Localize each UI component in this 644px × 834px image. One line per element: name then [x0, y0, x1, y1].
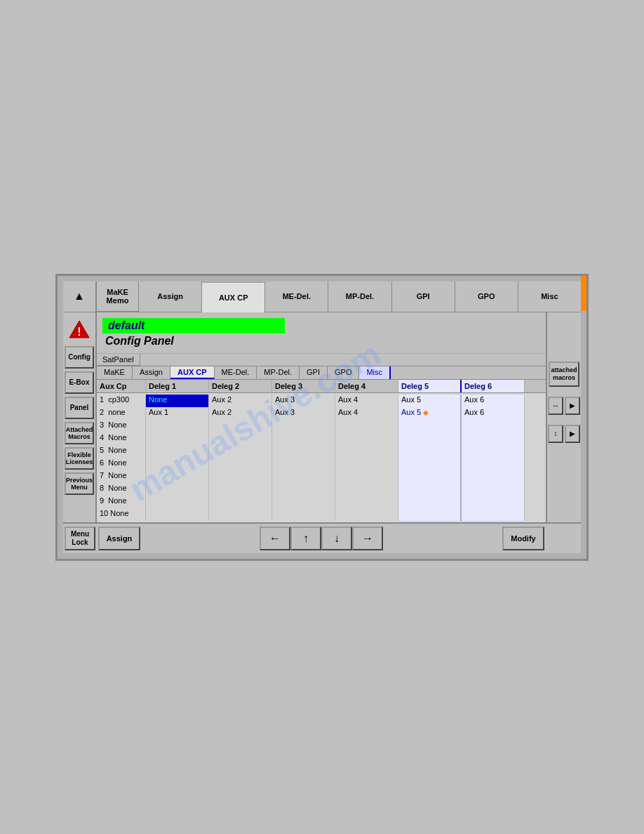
ebox-button[interactable]: E-Box — [65, 371, 94, 394]
table-row[interactable]: 5 None — [97, 445, 546, 458]
right-arrow-button[interactable]: → — [352, 527, 383, 550]
default-label: default — [102, 318, 285, 333]
cell-2-d5: Aux 5 ◆ — [398, 407, 462, 420]
sub-tab-aux-cp[interactable]: AUX CP — [170, 366, 215, 379]
cell-10-d1 — [146, 508, 209, 521]
left-right-arrow-button[interactable]: ↔ — [548, 397, 563, 415]
table-row[interactable]: 8 None — [97, 483, 546, 496]
up-down-arrow-button[interactable]: ↕ — [548, 425, 563, 443]
sub-tab-mp-del[interactable]: MP-Del. — [257, 366, 300, 379]
cell-7-d3 — [272, 470, 335, 483]
cell-6-d4 — [335, 458, 398, 470]
table-row[interactable]: 6 None — [97, 458, 546, 470]
svg-text:!: ! — [77, 326, 81, 338]
main-panel: default Config Panel SatPanel MaKE Assig… — [97, 312, 546, 522]
cell-4-d4 — [335, 432, 398, 445]
cell-3-d5 — [398, 420, 462, 432]
cell-7-d1 — [146, 470, 209, 483]
cell-1-d4: Aux 4 — [335, 395, 398, 407]
right-sidebar: attachedmacros ↔ ▶ ↕ ▶ — [546, 312, 581, 522]
content-area: ! Config E-Box Panel AttachedMacros Flex… — [63, 312, 581, 522]
config-button[interactable]: Config — [65, 346, 94, 369]
sub-tab-gpi[interactable]: GPI — [300, 366, 328, 379]
up-arrow-bottom-button[interactable]: ↑ — [290, 527, 321, 550]
table-row[interactable]: 4 None — [97, 432, 546, 445]
tab-me-del[interactable]: ME-Del. — [265, 282, 328, 312]
table-row[interactable]: 2 none Aux 1 Aux 2 Aux 3 Aux 4 Aux 5 ◆ A… — [97, 407, 546, 420]
cell-2-d1: Aux 1 — [146, 407, 209, 420]
table-row[interactable]: 1 cp300 None Aux 2 Aux 3 Aux 4 Aux 5 Aux… — [97, 395, 546, 407]
table-header: Aux Cp Deleg 1 Deleg 2 Deleg 3 Deleg 4 D… — [97, 380, 546, 393]
cell-1-d6: Aux 6 — [462, 395, 525, 407]
cell-4-aux: 4 None — [97, 432, 146, 445]
bottom-toolbar: MenuLock Assign ← ↑ ↓ → Modify — [63, 522, 581, 553]
col-deleg2: Deleg 2 — [209, 380, 272, 392]
cell-9-d2 — [209, 496, 272, 508]
left-arrow-button[interactable]: ← — [260, 527, 290, 550]
tab-aux-cp[interactable]: AUX CP — [202, 282, 265, 312]
cell-5-d5 — [398, 445, 462, 458]
sat-panel-tab[interactable]: SatPanel — [97, 354, 140, 366]
col-aux-cp: Aux Cp — [97, 380, 146, 392]
cell-7-d5 — [398, 470, 462, 483]
cell-4-d6 — [462, 432, 525, 445]
modify-button[interactable]: Modify — [502, 527, 544, 550]
header-section: default Config Panel — [97, 312, 546, 354]
col-deleg5: Deleg 5 — [398, 380, 462, 392]
top-toolbar: ▲ MaKEMemo Assign AUX CP ME-Del. MP-Del.… — [63, 282, 581, 312]
right-extend-button[interactable]: ▶ — [565, 397, 580, 415]
sub-tab-assign[interactable]: Assign — [133, 366, 170, 379]
cell-5-d2 — [209, 445, 272, 458]
cell-1-d1: None — [146, 395, 209, 407]
cell-6-d5 — [398, 458, 462, 470]
cell-4-d3 — [272, 432, 335, 445]
assign-button[interactable]: Assign — [98, 527, 140, 550]
tab-gpi[interactable]: GPI — [392, 282, 455, 312]
cell-9-d4 — [335, 496, 398, 508]
cell-3-d3 — [272, 420, 335, 432]
previous-menu-button[interactable]: PreviousMenu — [65, 472, 94, 495]
sub-tab-make[interactable]: MaKE — [97, 366, 133, 379]
down-extend-button[interactable]: ▶ — [565, 425, 580, 443]
cell-4-d1 — [146, 432, 209, 445]
cell-6-d3 — [272, 458, 335, 470]
sub-tab-misc[interactable]: Misc — [359, 366, 391, 379]
sub-tabs-row: SatPanel — [97, 354, 546, 366]
tab-mp-del[interactable]: MP-Del. — [328, 282, 391, 312]
panel-button[interactable]: Panel — [65, 397, 94, 419]
table-row[interactable]: 3 None — [97, 420, 546, 432]
cell-10-d2 — [209, 508, 272, 521]
cell-8-d2 — [209, 483, 272, 496]
cell-8-d3 — [272, 483, 335, 496]
tab-gpo[interactable]: GPO — [455, 282, 518, 312]
cell-7-d4 — [335, 470, 398, 483]
cell-8-d4 — [335, 483, 398, 496]
attached-macros-button[interactable]: AttachedMacros — [65, 422, 94, 444]
attached-macros-sidebar-btn[interactable]: attachedmacros — [549, 362, 579, 387]
config-panel-label: Config Panel — [102, 335, 540, 348]
cell-2-d2: Aux 2 — [209, 407, 272, 420]
down-arrow-button[interactable]: ↓ — [321, 527, 352, 550]
cell-7-aux: 7 None — [97, 470, 146, 483]
tab-misc[interactable]: Misc — [518, 282, 581, 312]
menu-lock-button[interactable]: MenuLock — [65, 527, 95, 550]
left-sidebar: ! Config E-Box Panel AttachedMacros Flex… — [63, 312, 97, 522]
orange-accent — [581, 276, 586, 311]
cell-3-aux: 3 None — [97, 420, 146, 432]
cell-9-d6 — [462, 496, 525, 508]
table-area: Aux Cp Deleg 1 Deleg 2 Deleg 3 Deleg 4 D… — [97, 380, 546, 522]
sub-tab-gpo[interactable]: GPO — [328, 366, 359, 379]
cell-10-aux: 10 None — [97, 508, 146, 521]
table-row[interactable]: 10 None — [97, 508, 546, 521]
sub-tab-row-2: MaKE Assign AUX CP ME-Del. MP-Del. GPI G… — [97, 366, 546, 380]
cell-5-d4 — [335, 445, 398, 458]
cell-6-d6 — [462, 458, 525, 470]
cell-3-d2 — [209, 420, 272, 432]
cell-8-d5 — [398, 483, 462, 496]
flexible-licenses-button[interactable]: FlexibleLicenses — [65, 447, 94, 470]
sub-tab-me-del[interactable]: ME-Del. — [215, 366, 257, 379]
up-button[interactable]: ▲ — [63, 282, 97, 312]
tab-assign[interactable]: Assign — [139, 282, 202, 312]
table-row[interactable]: 7 None — [97, 470, 546, 483]
table-row[interactable]: 9 None — [97, 496, 546, 508]
